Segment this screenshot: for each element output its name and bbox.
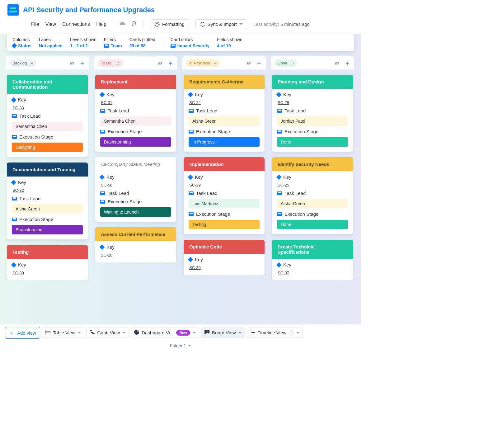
formatting-button[interactable]: Formatting: [150, 19, 189, 29]
field-key: Key: [277, 174, 348, 180]
execution-stage-chip: Done: [277, 137, 348, 147]
field-key: Key: [12, 262, 83, 267]
board-card[interactable]: Planning and Design Key SC-28Task LeadJo…: [272, 75, 353, 152]
card-key-link[interactable]: SC-37: [277, 271, 348, 275]
card-icon: [100, 109, 105, 113]
hide-column-icon[interactable]: [157, 61, 163, 65]
field-task-lead: Task Lead: [100, 191, 171, 196]
board-card[interactable]: All-Company Status Meeting Key SC-58Task…: [95, 157, 176, 222]
svg-point-4: [156, 23, 157, 24]
card-key-link[interactable]: SC-31: [100, 100, 171, 105]
task-lead-chip: Aisha Green: [277, 199, 348, 208]
card-icon: [189, 212, 194, 216]
card-key-link[interactable]: SC-32: [12, 188, 83, 193]
menubar: File View Connections Help Formatting Sy…: [0, 18, 361, 34]
card-title: All-Company Status Meeting: [95, 157, 176, 171]
menu-help[interactable]: Help: [96, 21, 106, 27]
hide-column-icon[interactable]: [334, 61, 340, 65]
task-lead-chip: Aisha Green: [12, 204, 83, 214]
config-fields-shown[interactable]: Fields shown 4 of 19: [217, 37, 242, 48]
board-card[interactable]: Documentation and Training Key SC-32Task…: [7, 163, 88, 239]
card-icon: [100, 191, 105, 195]
card-key-link[interactable]: SC-30: [12, 271, 83, 275]
config-levels[interactable]: Levels shown 1 - 2 of 2: [70, 37, 96, 48]
add-card-button[interactable]: ＋: [79, 59, 85, 67]
card-key-link[interactable]: SC-28: [277, 100, 348, 105]
field-key: Key: [100, 174, 171, 180]
add-card-button[interactable]: ＋: [344, 59, 350, 67]
board-card[interactable]: Optimize Code Key SC-39: [184, 240, 265, 275]
board-card[interactable]: Testing Key SC-30: [7, 245, 88, 280]
field-task-lead: Task Lead: [277, 191, 348, 196]
diamond-icon: [100, 174, 105, 180]
view-tab-table[interactable]: Table View: [42, 328, 84, 338]
board-card[interactable]: Implementation Key SC-29Task LeadLuis Ma…: [184, 157, 265, 234]
board-card[interactable]: Assess Current Performance Key SC-26: [95, 227, 176, 262]
gantt-icon: [90, 330, 95, 335]
config-filters[interactable]: Filters Team: [104, 37, 122, 48]
timeline-icon: [250, 330, 255, 335]
card-key-link[interactable]: SC-29: [189, 183, 260, 187]
board-card[interactable]: Identify Security Needs Key SC-25Task Le…: [272, 157, 353, 234]
card-title: Testing: [7, 245, 88, 259]
execution-stage-chip: Brainstorming: [12, 225, 83, 234]
task-lead-chip: Jordan Patel: [277, 116, 348, 126]
column-header: In Progress 4 ＋: [182, 56, 266, 70]
comment-icon[interactable]: [132, 21, 137, 27]
view-tab-pie[interactable]: Dashboard Vi... New: [131, 328, 199, 338]
task-lead-chip: Aisha Green: [189, 116, 260, 126]
add-view-button[interactable]: ＋ Add view: [5, 327, 40, 339]
card-key-link[interactable]: SC-58: [100, 183, 171, 187]
svg-rect-20: [208, 330, 209, 333]
column-title-pill[interactable]: To Do 15: [98, 59, 123, 67]
field-execution-stage: Execution Stage: [277, 129, 348, 134]
board-card[interactable]: Create Technical Specifications Key SC-3…: [272, 240, 353, 280]
card-key-link[interactable]: SC-25: [277, 183, 348, 187]
svg-rect-16: [91, 332, 93, 333]
column-title-pill[interactable]: Done 6: [275, 59, 297, 67]
card-icon: [277, 212, 282, 216]
svg-rect-19: [206, 330, 208, 333]
board-card[interactable]: Collaboration and Communication Key SC-3…: [7, 75, 88, 157]
card-title: Assess Current Performance: [95, 227, 176, 241]
field-key: Key: [189, 92, 260, 97]
card-key-link[interactable]: SC-26: [100, 253, 171, 257]
add-card-button[interactable]: ＋: [256, 59, 262, 67]
view-tab-timeline[interactable]: Timeline View ?: [247, 328, 303, 338]
card-icon: [12, 197, 17, 200]
help-icon[interactable]: ?: [289, 330, 294, 335]
hide-column-icon[interactable]: [246, 61, 251, 65]
config-lanes[interactable]: Lanes Not applied: [39, 37, 63, 48]
menu-view[interactable]: View: [45, 21, 56, 27]
menu-connections[interactable]: Connections: [62, 21, 90, 27]
execution-stage-chip: Testing: [189, 220, 260, 229]
field-task-lead: Task Lead: [277, 108, 348, 113]
hide-column-icon[interactable]: [69, 61, 75, 65]
config-columns[interactable]: Columns Status: [12, 37, 31, 48]
card-key-link[interactable]: SC-33: [12, 106, 83, 110]
cloud-icon[interactable]: [119, 21, 125, 27]
card-key-link[interactable]: SC-24: [189, 100, 260, 105]
column-title-pill[interactable]: Backlog 4: [9, 59, 36, 67]
add-card-button[interactable]: ＋: [167, 59, 174, 67]
card-icon: [189, 130, 194, 134]
view-tab-board[interactable]: Board View: [201, 328, 245, 338]
config-plotted[interactable]: Cards plotted 29 of 58: [129, 37, 155, 48]
menu-file[interactable]: File: [31, 21, 39, 27]
diamond-icon: [276, 262, 282, 267]
field-key: Key: [277, 92, 348, 97]
page-title: API Security and Performance Upgrades: [23, 6, 155, 14]
view-tab-gantt[interactable]: Gantt View: [86, 328, 129, 338]
chevron-down-icon: [239, 23, 242, 25]
board-card[interactable]: Requirements Gathering Key SC-24Task Lea…: [184, 75, 265, 152]
diamond-icon: [100, 244, 105, 250]
field-key: Key: [12, 180, 83, 185]
field-key: Key: [100, 244, 171, 250]
card-icon: [171, 44, 176, 48]
card-key-link[interactable]: SC-39: [189, 265, 260, 270]
column-title-pill[interactable]: In Progress 4: [186, 59, 220, 67]
config-card-colors[interactable]: Card colors Impact Severity: [171, 37, 210, 48]
board-card[interactable]: Deployment Key SC-31Task LeadSamantha Ch…: [95, 75, 176, 152]
folder-selector[interactable]: Folder 1: [0, 341, 361, 351]
sync-import-button[interactable]: Sync & Import: [195, 19, 247, 29]
